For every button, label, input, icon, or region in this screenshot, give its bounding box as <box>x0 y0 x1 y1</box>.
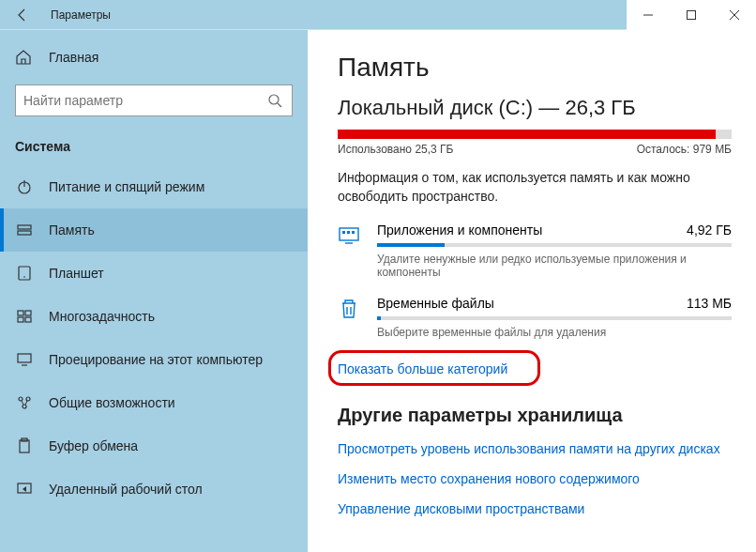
nav-label: Память <box>49 222 95 238</box>
cat-name: Приложения и компоненты <box>377 222 542 238</box>
nav-label: Проецирование на этот компьютер <box>49 352 263 367</box>
svg-rect-6 <box>18 225 31 229</box>
svg-point-2 <box>269 95 279 104</box>
multitasking-icon <box>15 308 34 325</box>
usage-bar <box>338 130 732 139</box>
link-storage-spaces[interactable]: Управление дисковыми пространствами <box>338 501 726 516</box>
titlebar: Параметры <box>0 0 756 30</box>
svg-point-15 <box>19 397 23 401</box>
category-temp[interactable]: Временные файлы113 МБ Выберите временные… <box>338 296 732 339</box>
svg-rect-8 <box>19 267 30 280</box>
cat-hint: Выберите временные файлы для удаления <box>377 326 732 339</box>
maximize-button[interactable] <box>670 0 713 30</box>
nav-item-projecting[interactable]: Проецирование на этот компьютер <box>0 338 308 381</box>
apps-icon <box>338 222 364 279</box>
nav-label: Питание и спящий режим <box>49 179 204 194</box>
close-icon <box>730 10 739 20</box>
nav-label: Общие возможности <box>49 395 175 410</box>
nav-item-multitasking[interactable]: Многозадачность <box>0 295 308 338</box>
projecting-icon <box>15 351 34 368</box>
arrow-left-icon <box>15 8 30 23</box>
other-storage-header: Другие параметры хранилища <box>338 405 726 426</box>
svg-rect-22 <box>342 231 345 234</box>
minimize-button[interactable] <box>627 0 670 30</box>
cat-bar <box>377 243 732 247</box>
svg-point-17 <box>23 405 26 408</box>
search-icon <box>267 93 284 108</box>
remote-icon <box>15 481 34 498</box>
link-change-save-location[interactable]: Изменить место сохранения нового содержи… <box>338 471 726 486</box>
sidebar: Главная Система Питание и спящий режим П… <box>0 30 308 552</box>
search-input[interactable] <box>23 93 267 108</box>
storage-desc: Информация о том, как используется памят… <box>338 169 726 206</box>
remaining-label: Осталось: 979 МБ <box>637 143 732 156</box>
minimize-icon <box>643 10 653 20</box>
trash-icon <box>338 296 364 339</box>
nav-item-tablet[interactable]: Планшет <box>0 252 308 295</box>
nav-list: Питание и спящий режим Память Планшет Мн… <box>0 165 308 552</box>
svg-point-9 <box>23 276 25 278</box>
power-icon <box>15 178 34 195</box>
cat-size: 113 МБ <box>687 296 732 311</box>
svg-rect-7 <box>18 231 31 235</box>
svg-rect-23 <box>347 231 350 234</box>
svg-rect-18 <box>20 440 29 452</box>
clipboard-icon <box>15 437 34 454</box>
close-button[interactable] <box>713 0 756 30</box>
section-header: Система <box>0 131 308 165</box>
category-apps[interactable]: Приложения и компоненты4,92 ГБ Удалите н… <box>338 222 732 279</box>
cat-hint: Удалите ненужные или редко используемые … <box>377 253 732 279</box>
cat-name: Временные файлы <box>377 296 494 311</box>
svg-rect-1 <box>688 10 696 19</box>
nav-item-storage[interactable]: Память <box>0 208 308 252</box>
search-box[interactable] <box>15 84 293 116</box>
tablet-icon <box>15 265 34 282</box>
cat-bar <box>377 316 732 320</box>
home-icon <box>15 49 34 66</box>
show-more-link[interactable]: Показать больше категорий <box>338 356 507 382</box>
home-label: Главная <box>49 50 98 65</box>
used-label: Использовано 25,3 ГБ <box>338 143 453 156</box>
window-title: Параметры <box>51 8 111 22</box>
home-nav[interactable]: Главная <box>0 41 308 73</box>
svg-rect-21 <box>340 228 358 240</box>
svg-rect-11 <box>25 311 31 315</box>
link-other-drives[interactable]: Просмотреть уровень использования памяти… <box>338 441 726 456</box>
usage-fill <box>338 130 716 139</box>
svg-rect-13 <box>25 317 31 322</box>
maximize-icon <box>687 10 696 20</box>
svg-rect-14 <box>18 354 31 362</box>
disk-title: Локальный диск (C:) — 26,3 ГБ <box>338 96 726 120</box>
nav-item-shared[interactable]: Общие возможности <box>0 381 308 424</box>
cat-size: 4,92 ГБ <box>687 222 732 238</box>
nav-label: Планшет <box>49 266 104 281</box>
back-button[interactable] <box>4 0 41 30</box>
svg-line-3 <box>278 103 281 107</box>
nav-label: Буфер обмена <box>49 438 138 453</box>
nav-item-power[interactable]: Питание и спящий режим <box>0 165 308 208</box>
svg-rect-24 <box>352 231 355 234</box>
content: Память Локальный диск (C:) — 26,3 ГБ Исп… <box>308 30 756 552</box>
page-title: Память <box>338 53 726 83</box>
svg-rect-10 <box>18 311 23 315</box>
svg-point-16 <box>26 397 30 401</box>
nav-item-remote[interactable]: Удаленный рабочий стол <box>0 468 308 511</box>
nav-label: Удаленный рабочий стол <box>49 482 203 497</box>
svg-rect-12 <box>18 317 23 322</box>
nav-item-clipboard[interactable]: Буфер обмена <box>0 424 308 468</box>
nav-label: Многозадачность <box>49 309 155 324</box>
storage-icon <box>15 222 34 238</box>
shared-icon <box>15 394 34 411</box>
